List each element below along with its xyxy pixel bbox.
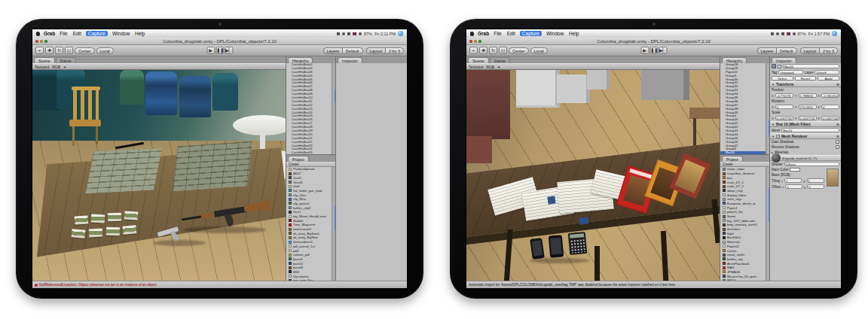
scene-viewport[interactable]: [466, 70, 720, 281]
prefab-apply-button[interactable]: Apply: [818, 76, 839, 81]
layout-dropdown[interactable]: 2 by 3: [819, 47, 838, 54]
hierarchy-scrollbar[interactable]: [766, 63, 769, 154]
tab-scene[interactable]: Scene: [34, 57, 55, 63]
zoom-icon[interactable]: [478, 40, 481, 43]
menu-app-name[interactable]: Grab: [478, 31, 489, 36]
project-scrollbar[interactable]: [766, 167, 769, 281]
status-bar[interactable]: NullReferenceException: Object reference…: [32, 281, 407, 288]
prefab-revert-button[interactable]: Revert: [795, 76, 817, 81]
apple-logo-icon[interactable]: [470, 32, 474, 36]
menu-file[interactable]: File: [59, 31, 68, 36]
gear-icon[interactable]: ⚙: [836, 82, 839, 87]
scale-z-field[interactable]: 0.1267726: [821, 116, 839, 120]
menu-edit[interactable]: Edit: [72, 31, 82, 36]
battery-icon[interactable]: [359, 32, 362, 35]
spotlight-icon[interactable]: [832, 31, 837, 36]
tab-hierarchy[interactable]: Hierarchy: [722, 57, 747, 63]
layer-dropdown[interactable]: Default: [815, 70, 839, 74]
zoom-icon[interactable]: [44, 40, 47, 43]
pivot-toggle-button[interactable]: Center: [75, 47, 95, 54]
tab-hierarchy[interactable]: Hierarchy: [288, 57, 313, 63]
spotlight-icon[interactable]: [398, 31, 403, 36]
menu-window[interactable]: Window: [112, 31, 130, 36]
menu-capture[interactable]: Capture: [520, 31, 542, 36]
minimize-icon[interactable]: [474, 40, 477, 43]
move-tool-button[interactable]: ✚: [45, 47, 53, 54]
step-button[interactable]: ▶▏: [225, 47, 233, 54]
menu-help[interactable]: Help: [134, 31, 145, 36]
draw-mode-dropdown[interactable]: Textured: [469, 65, 483, 69]
pan-tool-button[interactable]: ⌖: [469, 47, 478, 54]
rotation-x-field[interactable]: 0: [775, 105, 793, 109]
scale-tool-button[interactable]: ◱: [499, 47, 507, 54]
scale-tool-button[interactable]: ◱: [65, 47, 73, 54]
tag-dropdown[interactable]: Untagged: [778, 70, 803, 74]
flag-icon[interactable]: [353, 32, 356, 35]
prefab-select-button[interactable]: Select: [772, 76, 793, 81]
tab-inspector[interactable]: Inspector: [772, 57, 796, 63]
battery-icon[interactable]: [793, 32, 796, 35]
offset-y-field[interactable]: 0: [807, 184, 824, 189]
tab-game[interactable]: Game: [490, 57, 510, 63]
wifi-icon[interactable]: [337, 32, 340, 35]
wifi-icon[interactable]: [771, 32, 774, 35]
foldout-icon[interactable]: ▼: [772, 122, 775, 127]
project-scrollbar[interactable]: [332, 167, 335, 281]
menubar-clock[interactable]: Fri 1:57 PM: [808, 32, 830, 36]
gameobject-name-field[interactable]: Box10: [783, 64, 839, 68]
apple-logo-icon[interactable]: [36, 32, 40, 36]
lighting-toggle-icon[interactable]: ☀: [63, 65, 66, 69]
create-dropdown[interactable]: Create: [286, 162, 335, 167]
scale-y-field[interactable]: 0.1267726: [799, 116, 817, 120]
menu-capture[interactable]: Capture: [86, 31, 108, 36]
layout-dropdown[interactable]: 2 by 3: [385, 47, 404, 54]
pivot-toggle-button[interactable]: Center: [509, 47, 529, 54]
space-toggle-button[interactable]: Local: [96, 47, 114, 54]
rotate-tool-button[interactable]: ↻: [55, 47, 63, 54]
receive-shadows-checkbox[interactable]: ✓: [836, 145, 839, 149]
draw-mode-dropdown[interactable]: Textured: [35, 65, 49, 69]
gear-icon[interactable]: ⚙: [836, 122, 839, 127]
tab-project[interactable]: Project: [288, 156, 309, 162]
mesh-field[interactable]: Box10: [781, 128, 839, 132]
minimize-icon[interactable]: [40, 40, 43, 43]
close-icon[interactable]: [35, 40, 38, 43]
move-tool-button[interactable]: ✚: [479, 47, 487, 54]
main-color-swatch[interactable]: [790, 168, 800, 172]
project-item[interactable]: big_Miami_Herald_new: [286, 214, 332, 219]
scene-viewport[interactable]: [32, 70, 286, 281]
hierarchy-scrollbar[interactable]: [332, 63, 335, 154]
menu-window[interactable]: Window: [546, 31, 564, 36]
tiling-x-field[interactable]: 1: [784, 178, 802, 183]
window-titlebar[interactable]: Columbia_drugslab.unity - DPL/Columbia_o…: [466, 38, 841, 45]
gear-icon[interactable]: ⚙: [836, 134, 839, 139]
menu-file[interactable]: File: [493, 31, 502, 36]
renderer-enabled-checkbox[interactable]: ✓: [776, 135, 780, 138]
space-toggle-button[interactable]: Local: [530, 47, 548, 54]
active-checkbox[interactable]: ✓: [778, 65, 781, 68]
offset-x-field[interactable]: 0: [785, 184, 802, 189]
menubar-clock[interactable]: Fri 2:11 PM: [374, 32, 396, 36]
window-titlebar[interactable]: Columbia_drugslab.unity - DPL/Columbia_o…: [32, 38, 407, 45]
menu-edit[interactable]: Edit: [506, 31, 516, 36]
volume-icon[interactable]: [347, 32, 350, 35]
pause-button[interactable]: ❚❚: [215, 47, 224, 54]
pan-tool-button[interactable]: ⌖: [35, 47, 44, 54]
menu-help[interactable]: Help: [568, 31, 579, 36]
play-button[interactable]: ▶: [206, 47, 215, 54]
tab-project[interactable]: Project: [722, 156, 743, 162]
hierarchy-item[interactable]: CashHisBox25: [286, 151, 332, 154]
lighting-toggle-icon[interactable]: ☀: [497, 65, 500, 69]
tab-scene[interactable]: Scene: [468, 57, 489, 63]
render-channels-dropdown[interactable]: RGB: [52, 65, 60, 69]
position-x-field[interactable]: -4.774176: [775, 93, 793, 98]
tab-inspector[interactable]: Inspector: [338, 57, 362, 63]
foldout-icon[interactable]: ▼: [772, 82, 775, 87]
display-icon[interactable]: [342, 32, 345, 35]
tab-game[interactable]: Game: [56, 57, 76, 63]
render-channels-dropdown[interactable]: RGB: [486, 65, 494, 69]
layers-dropdown[interactable]: Default: [776, 47, 796, 54]
rotation-y-field[interactable]: 270.0001: [799, 105, 817, 109]
layers-dropdown[interactable]: Default: [342, 47, 362, 54]
create-dropdown[interactable]: Create: [720, 162, 769, 167]
